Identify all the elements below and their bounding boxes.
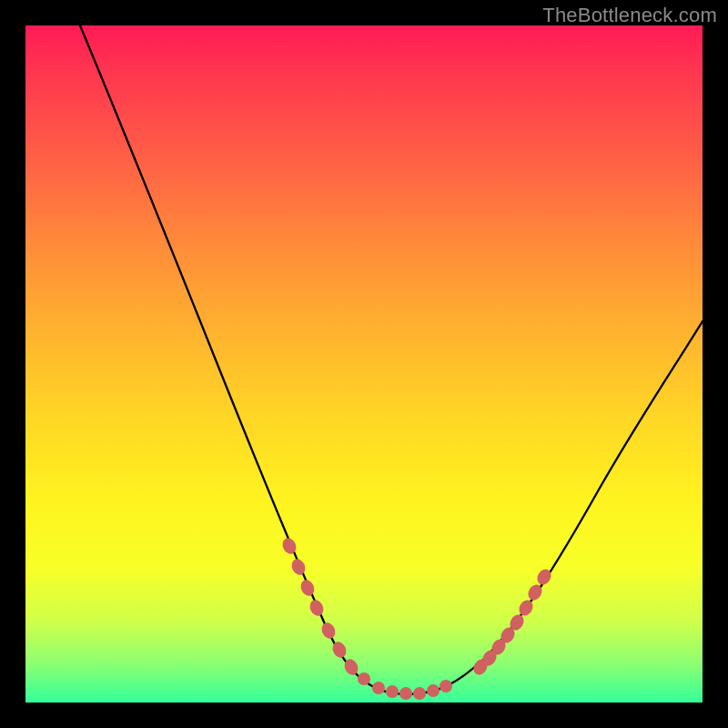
svg-point-9: [386, 685, 399, 698]
svg-point-0: [280, 536, 298, 556]
svg-point-4: [319, 621, 338, 641]
chart-gradient-area: [25, 25, 703, 703]
svg-point-1: [289, 557, 308, 577]
svg-point-10: [399, 687, 412, 700]
svg-point-7: [358, 672, 370, 685]
marker-cluster-right: [470, 567, 553, 678]
svg-point-8: [372, 682, 385, 694]
svg-point-3: [308, 598, 326, 618]
svg-point-12: [427, 684, 440, 697]
bottleneck-curve: [80, 25, 703, 694]
watermark-text: TheBottleneck.com: [542, 4, 717, 27]
marker-cluster-left: [280, 536, 360, 677]
svg-point-2: [298, 578, 317, 598]
svg-point-11: [413, 687, 426, 700]
chart-overlay-svg: [25, 25, 703, 703]
svg-point-13: [440, 680, 452, 693]
outer-frame: TheBottleneck.com: [0, 0, 728, 728]
